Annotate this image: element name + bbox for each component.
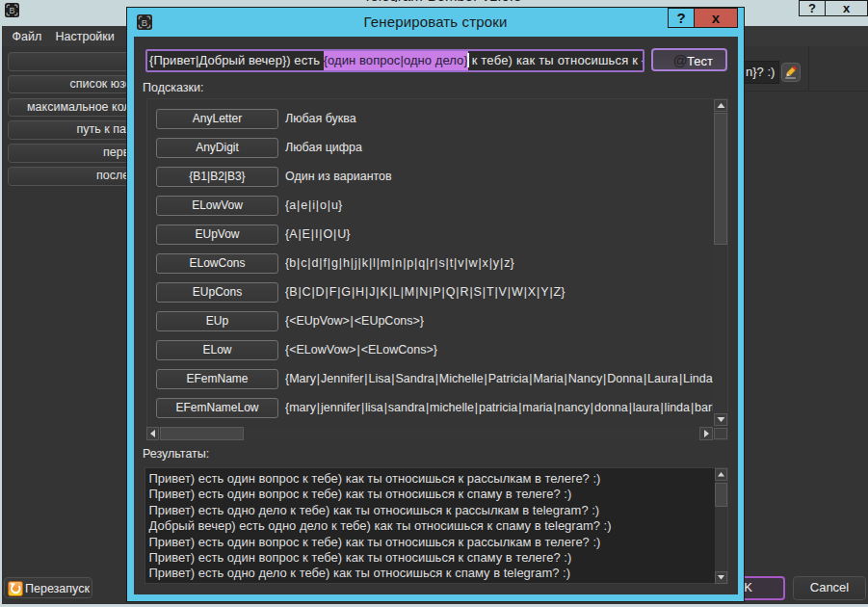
svg-text:B: B: [9, 6, 14, 15]
